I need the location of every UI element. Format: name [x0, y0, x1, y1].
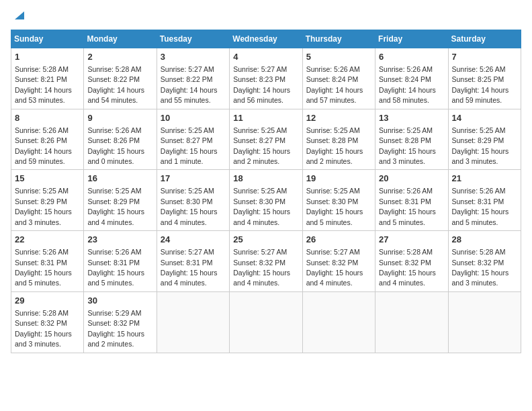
calendar-cell: 24 Sunrise: 5:27 AMSunset: 8:31 PMDaylig…: [157, 231, 229, 292]
calendar-cell: 6 Sunrise: 5:26 AMSunset: 8:24 PMDayligh…: [375, 48, 448, 109]
calendar-week-row: 29 Sunrise: 5:28 AMSunset: 8:32 PMDaylig…: [11, 291, 521, 353]
day-number: 27: [379, 234, 444, 246]
day-number: 1: [15, 51, 80, 63]
day-info: Sunrise: 5:27 AMSunset: 8:31 PMDaylight:…: [161, 248, 218, 287]
day-info: Sunrise: 5:28 AMSunset: 8:32 PMDaylight:…: [15, 309, 72, 348]
day-info: Sunrise: 5:28 AMSunset: 8:21 PMDaylight:…: [15, 65, 72, 104]
calendar-cell: 2 Sunrise: 5:28 AMSunset: 8:22 PMDayligh…: [84, 48, 157, 109]
day-info: Sunrise: 5:26 AMSunset: 8:31 PMDaylight:…: [15, 248, 72, 287]
calendar-week-row: 15 Sunrise: 5:25 AMSunset: 8:29 PMDaylig…: [11, 170, 521, 231]
day-info: Sunrise: 5:25 AMSunset: 8:30 PMDaylight:…: [233, 187, 290, 226]
logo: [11, 11, 27, 24]
day-info: Sunrise: 5:25 AMSunset: 8:29 PMDaylight:…: [452, 126, 509, 165]
day-number: 2: [87, 51, 152, 63]
day-number: 12: [306, 112, 371, 124]
calendar-week-row: 8 Sunrise: 5:26 AMSunset: 8:26 PMDayligh…: [11, 109, 521, 170]
calendar-cell: 16 Sunrise: 5:25 AMSunset: 8:29 PMDaylig…: [84, 170, 157, 231]
day-info: Sunrise: 5:26 AMSunset: 8:31 PMDaylight:…: [379, 187, 436, 226]
calendar-cell: 22 Sunrise: 5:26 AMSunset: 8:31 PMDaylig…: [11, 231, 84, 292]
calendar-cell: 28 Sunrise: 5:28 AMSunset: 8:32 PMDaylig…: [448, 231, 521, 292]
day-number: 7: [452, 51, 517, 63]
calendar-cell: 10 Sunrise: 5:25 AMSunset: 8:27 PMDaylig…: [157, 109, 229, 170]
day-number: 5: [306, 51, 371, 63]
day-info: Sunrise: 5:25 AMSunset: 8:30 PMDaylight:…: [306, 187, 363, 226]
day-number: 13: [379, 112, 444, 124]
day-info: Sunrise: 5:26 AMSunset: 8:31 PMDaylight:…: [87, 248, 144, 287]
calendar-cell: 5 Sunrise: 5:26 AMSunset: 8:24 PMDayligh…: [302, 48, 375, 109]
day-info: Sunrise: 5:27 AMSunset: 8:23 PMDaylight:…: [233, 65, 290, 104]
calendar-cell: 13 Sunrise: 5:25 AMSunset: 8:28 PMDaylig…: [375, 109, 448, 170]
calendar-cell: 18 Sunrise: 5:25 AMSunset: 8:30 PMDaylig…: [230, 170, 302, 231]
day-info: Sunrise: 5:26 AMSunset: 8:25 PMDaylight:…: [452, 65, 509, 104]
calendar-cell: 23 Sunrise: 5:26 AMSunset: 8:31 PMDaylig…: [84, 231, 157, 292]
day-info: Sunrise: 5:26 AMSunset: 8:26 PMDaylight:…: [87, 126, 144, 165]
calendar-week-row: 22 Sunrise: 5:26 AMSunset: 8:31 PMDaylig…: [11, 231, 521, 292]
calendar-cell: 25 Sunrise: 5:27 AMSunset: 8:32 PMDaylig…: [230, 231, 302, 292]
day-info: Sunrise: 5:26 AMSunset: 8:31 PMDaylight:…: [452, 187, 509, 226]
day-info: Sunrise: 5:25 AMSunset: 8:28 PMDaylight:…: [379, 126, 436, 165]
logo-icon: [12, 7, 27, 22]
day-number: 21: [452, 173, 517, 185]
day-number: 4: [233, 51, 298, 63]
calendar-cell: 27 Sunrise: 5:28 AMSunset: 8:32 PMDaylig…: [375, 231, 448, 292]
day-number: 28: [452, 234, 517, 246]
day-number: 19: [306, 173, 371, 185]
calendar-table: SundayMondayTuesdayWednesdayThursdayFrid…: [11, 30, 521, 353]
day-info: Sunrise: 5:25 AMSunset: 8:28 PMDaylight:…: [306, 126, 363, 165]
day-of-week-header: Saturday: [448, 30, 521, 48]
day-info: Sunrise: 5:25 AMSunset: 8:29 PMDaylight:…: [15, 187, 72, 226]
calendar-cell: 1 Sunrise: 5:28 AMSunset: 8:21 PMDayligh…: [11, 48, 84, 109]
day-number: 29: [15, 295, 80, 307]
day-of-week-header: Wednesday: [230, 30, 302, 48]
day-number: 9: [87, 112, 152, 124]
day-info: Sunrise: 5:27 AMSunset: 8:22 PMDaylight:…: [161, 65, 218, 104]
svg-marker-0: [15, 11, 24, 19]
day-of-week-header: Monday: [84, 30, 157, 48]
day-info: Sunrise: 5:29 AMSunset: 8:32 PMDaylight:…: [87, 309, 144, 348]
day-info: Sunrise: 5:25 AMSunset: 8:27 PMDaylight:…: [161, 126, 218, 165]
day-number: 26: [306, 234, 371, 246]
calendar-cell: 15 Sunrise: 5:25 AMSunset: 8:29 PMDaylig…: [11, 170, 84, 231]
day-number: 14: [452, 112, 517, 124]
day-number: 20: [379, 173, 444, 185]
day-info: Sunrise: 5:26 AMSunset: 8:26 PMDaylight:…: [15, 126, 72, 165]
calendar-cell: [302, 291, 375, 353]
day-number: 10: [161, 112, 226, 124]
calendar-cell: [157, 291, 229, 353]
calendar-week-row: 1 Sunrise: 5:28 AMSunset: 8:21 PMDayligh…: [11, 48, 521, 109]
day-number: 15: [15, 173, 80, 185]
calendar-cell: 14 Sunrise: 5:25 AMSunset: 8:29 PMDaylig…: [448, 109, 521, 170]
calendar-cell: 30 Sunrise: 5:29 AMSunset: 8:32 PMDaylig…: [84, 291, 157, 353]
day-number: 11: [233, 112, 298, 124]
day-info: Sunrise: 5:26 AMSunset: 8:24 PMDaylight:…: [306, 65, 363, 104]
calendar-cell: 21 Sunrise: 5:26 AMSunset: 8:31 PMDaylig…: [448, 170, 521, 231]
day-number: 30: [87, 295, 152, 307]
calendar-cell: 20 Sunrise: 5:26 AMSunset: 8:31 PMDaylig…: [375, 170, 448, 231]
day-number: 18: [233, 173, 298, 185]
day-info: Sunrise: 5:28 AMSunset: 8:22 PMDaylight:…: [87, 65, 144, 104]
day-number: 16: [87, 173, 152, 185]
calendar-cell: [448, 291, 521, 353]
day-of-week-header: Sunday: [11, 30, 84, 48]
day-of-week-header: Tuesday: [157, 30, 229, 48]
day-info: Sunrise: 5:25 AMSunset: 8:29 PMDaylight:…: [87, 187, 144, 226]
day-number: 22: [15, 234, 80, 246]
day-number: 17: [161, 173, 226, 185]
day-number: 23: [87, 234, 152, 246]
day-number: 24: [161, 234, 226, 246]
day-info: Sunrise: 5:25 AMSunset: 8:27 PMDaylight:…: [233, 126, 290, 165]
calendar-cell: 4 Sunrise: 5:27 AMSunset: 8:23 PMDayligh…: [230, 48, 302, 109]
day-info: Sunrise: 5:27 AMSunset: 8:32 PMDaylight:…: [233, 248, 290, 287]
calendar-cell: 29 Sunrise: 5:28 AMSunset: 8:32 PMDaylig…: [11, 291, 84, 353]
day-info: Sunrise: 5:28 AMSunset: 8:32 PMDaylight:…: [379, 248, 436, 287]
day-info: Sunrise: 5:27 AMSunset: 8:32 PMDaylight:…: [306, 248, 363, 287]
calendar-cell: 11 Sunrise: 5:25 AMSunset: 8:27 PMDaylig…: [230, 109, 302, 170]
day-of-week-header: Thursday: [302, 30, 375, 48]
day-info: Sunrise: 5:25 AMSunset: 8:30 PMDaylight:…: [161, 187, 218, 226]
calendar-cell: [375, 291, 448, 353]
day-number: 25: [233, 234, 298, 246]
calendar-cell: [230, 291, 302, 353]
calendar-cell: 26 Sunrise: 5:27 AMSunset: 8:32 PMDaylig…: [302, 231, 375, 292]
day-of-week-header: Friday: [375, 30, 448, 48]
calendar-header-row: SundayMondayTuesdayWednesdayThursdayFrid…: [11, 30, 521, 48]
